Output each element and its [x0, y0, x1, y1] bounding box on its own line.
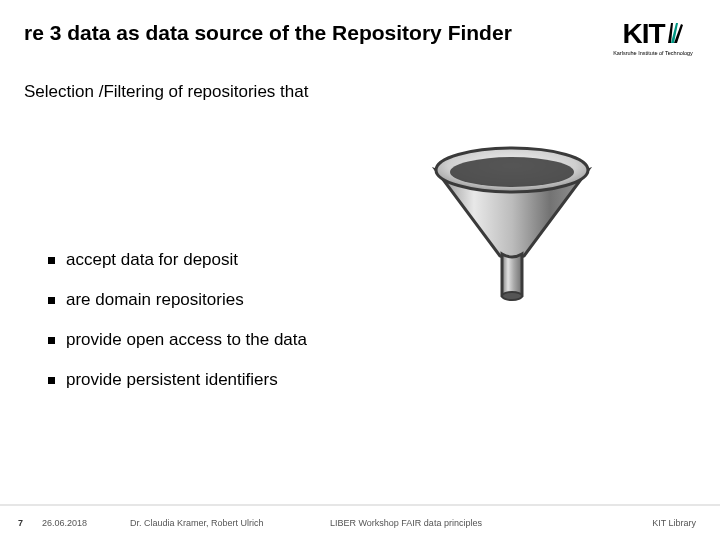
list-item: provide open access to the data: [48, 330, 696, 350]
header: re 3 data as data source of the Reposito…: [24, 20, 696, 56]
funnel-icon: [422, 138, 602, 308]
kit-logo-fan-icon: [668, 20, 684, 48]
footer-date: 26.06.2018: [42, 518, 130, 528]
list-item: provide persistent identifiers: [48, 370, 696, 390]
kit-logo: KIT Karlsruhe Institute of Technology: [610, 20, 696, 56]
footer-org: KIT Library: [652, 518, 696, 528]
slide: re 3 data as data source of the Reposito…: [0, 0, 720, 540]
slide-title: re 3 data as data source of the Reposito…: [24, 20, 598, 46]
page-number: 7: [18, 518, 42, 528]
list-item: accept data for deposit: [48, 250, 696, 270]
kit-logo-text: KIT: [622, 20, 664, 48]
footer-event: LIBER Workshop FAIR data principles: [330, 518, 652, 528]
kit-logo-mark: KIT: [610, 20, 696, 48]
footer: 7 26.06.2018 Dr. Claudia Kramer, Robert …: [0, 504, 720, 540]
kit-logo-tagline: Karlsruhe Institute of Technology: [610, 50, 696, 56]
footer-authors: Dr. Claudia Kramer, Robert Ulrich: [130, 518, 330, 528]
list-item: are domain repositories: [48, 290, 696, 310]
slide-subhead: Selection /Filtering of repositories tha…: [24, 82, 696, 102]
svg-point-1: [450, 157, 574, 187]
